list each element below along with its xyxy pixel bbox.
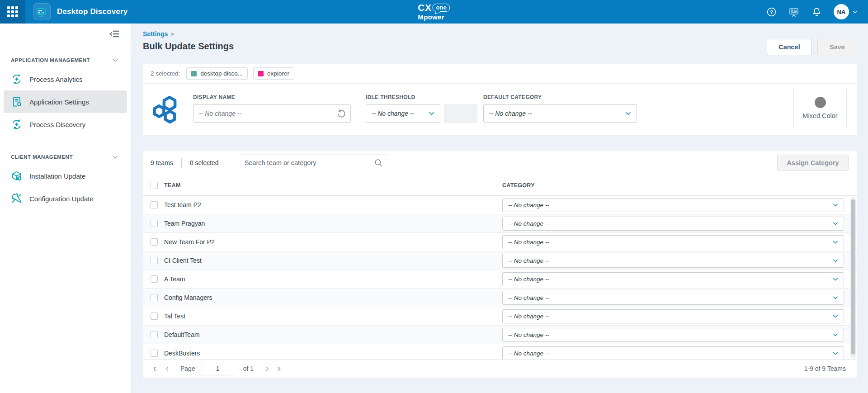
- page-number-input[interactable]: [202, 362, 234, 375]
- category-dropdown[interactable]: -- No change --: [502, 328, 844, 342]
- chevron-down-icon: [112, 57, 119, 64]
- scrollbar-thumb[interactable]: [851, 199, 855, 355]
- sidebar-item-process-discovery[interactable]: Process Discovery: [4, 113, 127, 136]
- table-row[interactable]: DefaultTeam -- No change --: [143, 326, 857, 344]
- first-page-icon[interactable]: [150, 363, 161, 374]
- table-scrollbar[interactable]: [850, 197, 856, 358]
- chevron-down-icon: [832, 238, 839, 246]
- team-name: A Team: [164, 275, 502, 283]
- mixed-color-label: Mixed Color: [802, 112, 837, 119]
- row-checkbox[interactable]: [151, 331, 158, 338]
- selected-count-label: 2 selected:: [151, 70, 180, 77]
- team-name: Team Pragyan: [164, 220, 502, 227]
- category-dropdown[interactable]: -- No change --: [502, 217, 844, 231]
- category-value: -- No change --: [508, 331, 832, 338]
- page-title: Bulk Update Settings: [143, 41, 234, 52]
- row-checkbox[interactable]: [151, 257, 158, 264]
- row-checkbox[interactable]: [151, 275, 158, 283]
- idle-threshold-value: -- No change --: [372, 110, 428, 117]
- avatar[interactable]: NA: [834, 4, 849, 19]
- team-search[interactable]: [239, 154, 388, 171]
- team-search-input[interactable]: [245, 159, 374, 166]
- select-all-checkbox[interactable]: [151, 182, 158, 189]
- sidebar-item-installation-update[interactable]: Installation Update: [4, 165, 127, 187]
- category-dropdown[interactable]: -- No change --: [502, 254, 844, 268]
- category-value: -- No change --: [508, 257, 832, 264]
- default-category-dropdown[interactable]: -- No change --: [483, 104, 637, 123]
- search-icon[interactable]: [374, 158, 383, 168]
- row-checkbox[interactable]: [151, 201, 158, 208]
- reset-icon[interactable]: [336, 109, 346, 118]
- table-row[interactable]: Tal Test -- No change --: [143, 307, 857, 326]
- team-name: CI Client Test: [164, 257, 502, 264]
- category-dropdown[interactable]: -- No change --: [502, 346, 844, 360]
- presentation-icon[interactable]: [788, 6, 799, 17]
- category-value: -- No change --: [508, 350, 832, 357]
- selected-teams-count: 0 selected: [190, 159, 219, 166]
- table-row[interactable]: DeskBusters -- No change --: [143, 344, 857, 359]
- mixed-color-swatch[interactable]: [815, 97, 826, 108]
- next-page-icon[interactable]: [261, 363, 273, 374]
- row-checkbox[interactable]: [151, 294, 158, 301]
- app-launcher-button[interactable]: [0, 0, 25, 24]
- idle-threshold-value-input[interactable]: [444, 104, 477, 123]
- sidebar-item-process-analytics[interactable]: Process Analytics: [4, 68, 127, 90]
- team-name: Test team P2: [164, 201, 502, 208]
- category-dropdown[interactable]: -- No change --: [502, 235, 844, 249]
- chevron-down-icon: [832, 331, 839, 338]
- section-label: APPLICATION MANAGEMENT: [11, 57, 90, 63]
- page-label: Page: [180, 365, 195, 372]
- sidebar-section-application-management[interactable]: APPLICATION MANAGEMENT: [0, 52, 131, 68]
- last-page-icon[interactable]: [273, 363, 284, 374]
- assign-category-button[interactable]: Assign Category: [777, 155, 849, 171]
- sidebar-section-client-management[interactable]: CLIENT MANAGEMENT: [0, 149, 131, 165]
- display-name-input[interactable]: [193, 104, 351, 123]
- table-row[interactable]: Test team P2 -- No change --: [143, 196, 857, 214]
- table-row[interactable]: Config Managers -- No change --: [143, 289, 857, 307]
- table-row[interactable]: CI Client Test -- No change --: [143, 251, 857, 270]
- save-button[interactable]: Save: [817, 39, 857, 55]
- chip-label: explorer: [267, 70, 289, 77]
- chevron-down-icon: [832, 201, 839, 208]
- chevron-down-icon: [852, 9, 858, 15]
- cxone-mpower-logo: CX one Mpower: [418, 3, 450, 20]
- notifications-bell-icon[interactable]: [811, 6, 822, 17]
- column-team: TEAM: [164, 182, 502, 189]
- category-dropdown[interactable]: -- No change --: [502, 309, 844, 323]
- idle-threshold-dropdown[interactable]: -- No change --: [366, 104, 440, 123]
- row-checkbox[interactable]: [151, 313, 158, 320]
- sidebar-item-application-settings[interactable]: Application Settings: [4, 90, 127, 113]
- sidebar-item-configuration-update[interactable]: Configuration Update: [4, 187, 127, 210]
- table-row[interactable]: A Team -- No change --: [143, 270, 857, 289]
- configuration-update-icon: [11, 193, 23, 204]
- row-checkbox[interactable]: [151, 238, 158, 246]
- category-dropdown[interactable]: -- No change --: [502, 198, 844, 212]
- team-name: Config Managers: [164, 294, 502, 301]
- default-category-label: DEFAULT CATEGORY: [483, 94, 637, 100]
- table-row[interactable]: New Team For P2 -- No change --: [143, 233, 857, 251]
- row-checkbox[interactable]: [151, 350, 158, 357]
- chip-label: desktop disco...: [200, 70, 243, 77]
- selected-app-chip[interactable]: explorer: [253, 67, 294, 80]
- breadcrumb-settings[interactable]: Settings: [143, 30, 168, 38]
- category-dropdown[interactable]: -- No change --: [502, 272, 844, 286]
- help-icon[interactable]: ?: [766, 6, 777, 17]
- previous-page-icon[interactable]: [161, 363, 173, 374]
- team-rows: Test team P2 -- No change -- Team Pragya…: [143, 196, 857, 359]
- default-category-value: -- No change --: [489, 110, 624, 117]
- brand-cx: CX: [418, 3, 431, 12]
- chevron-down-icon: [832, 220, 839, 227]
- cancel-button[interactable]: Cancel: [767, 39, 812, 55]
- user-menu[interactable]: NA: [834, 4, 858, 19]
- table-row[interactable]: Team Pragyan -- No change --: [143, 214, 857, 233]
- row-checkbox[interactable]: [151, 220, 158, 227]
- category-dropdown[interactable]: -- No change --: [502, 291, 844, 305]
- teams-count: 9 teams: [151, 159, 173, 166]
- team-name: New Team For P2: [164, 238, 502, 246]
- svg-text:?: ?: [769, 9, 773, 14]
- mixed-color-control[interactable]: Mixed Color: [793, 89, 847, 127]
- selected-app-chip[interactable]: desktop disco...: [186, 67, 248, 80]
- app-color-swatch: [191, 71, 197, 76]
- main-content: Settings> Bulk Update Settings Cancel Sa…: [131, 24, 868, 393]
- sidebar-collapse-icon[interactable]: [109, 29, 120, 39]
